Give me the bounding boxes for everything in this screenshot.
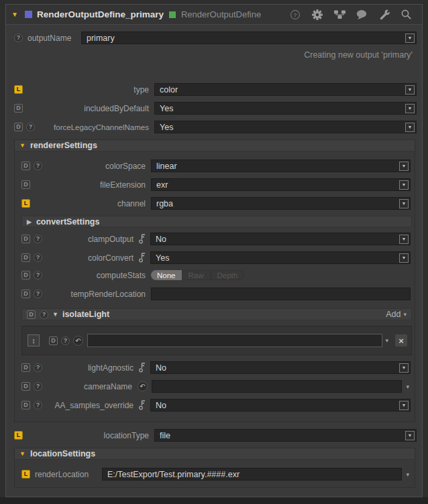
row-fileExtension: D fileExtension exr ▼ — [21, 178, 412, 191]
colorSpace-dropdown[interactable]: linear ▼ — [151, 160, 411, 172]
add-label: Add — [386, 310, 400, 319]
default-badge: D — [21, 271, 30, 279]
parameter-panel: ▼ RenderOutputDefine_primary RenderOutpu… — [5, 4, 423, 497]
chevron-down-icon[interactable]: ▼ — [399, 162, 409, 171]
lightAgnostic-value: No — [156, 363, 399, 373]
computeStats-option-raw[interactable]: Raw — [182, 270, 211, 280]
row-colorConvert: D ? colorConvert Yes ▼ — [21, 251, 412, 264]
AA_samples_override-dropdown[interactable]: No ▼ — [150, 399, 411, 412]
includedByDefault-value: Yes — [160, 104, 405, 113]
outputName-label: outputName — [28, 34, 76, 43]
help-badge-icon[interactable]: ? — [34, 401, 42, 410]
chevron-down-icon[interactable]: ▼ — [405, 104, 415, 113]
row-forceLegacyChannelNames: D ? forceLegacyChannelNames Yes ▼ — [14, 121, 418, 133]
convertSettings-header[interactable]: ▶ convertSettings — [21, 216, 412, 227]
remove-item-button[interactable]: × — [395, 334, 407, 346]
locationType-label: locationType — [45, 431, 149, 440]
locationSettings-header[interactable]: ▼ locationSettings — [15, 448, 415, 460]
wrench-icon[interactable] — [377, 8, 390, 21]
chevron-down-icon[interactable]: ▼ — [405, 123, 415, 132]
renderLocation-input[interactable] — [102, 468, 402, 481]
node-name: RenderOutputDefine_primary — [37, 9, 164, 19]
help-badge-icon[interactable]: ? — [40, 310, 48, 319]
chevron-down-icon[interactable]: ▾ — [385, 337, 388, 344]
chevron-down-icon[interactable]: ▼ — [399, 401, 409, 410]
search-icon[interactable] — [399, 8, 413, 21]
tempRenderLocation-input[interactable] — [151, 288, 411, 300]
colorConvert-dropdown[interactable]: Yes ▼ — [150, 251, 411, 264]
reorder-handle-icon[interactable]: ↕ — [28, 334, 40, 346]
colorSpace-label: colorSpace — [52, 162, 146, 171]
clampOutput-dropdown[interactable]: No ▼ — [150, 233, 411, 245]
type-dropdown[interactable]: color ▼ — [154, 83, 417, 96]
help-badge-icon[interactable]: ? — [34, 162, 42, 170]
locationType-dropdown[interactable]: file ▼ — [154, 429, 417, 442]
node-graph-icon[interactable] — [333, 8, 346, 21]
adopt-location-icon[interactable]: ↶ — [73, 336, 83, 346]
default-badge: D — [27, 310, 36, 319]
help-badge-icon[interactable]: ? — [34, 271, 42, 279]
clampOutput-value: No — [156, 235, 399, 244]
state-pin-icon[interactable] — [139, 234, 148, 244]
state-pin-icon[interactable] — [139, 253, 148, 263]
default-badge: D — [21, 290, 30, 298]
chevron-down-icon[interactable]: ▼ — [399, 235, 409, 244]
chevron-down-icon[interactable]: ▼ — [405, 85, 415, 94]
channel-dropdown[interactable]: rgba ▼ — [151, 197, 411, 210]
help-badge-icon[interactable]: ? — [34, 363, 42, 372]
computeStats-option-none[interactable]: None — [151, 270, 182, 280]
colorConvert-label: colorConvert — [52, 253, 133, 263]
fileExtension-dropdown[interactable]: exr ▼ — [151, 178, 411, 191]
chevron-down-icon[interactable]: ▼ — [399, 253, 409, 263]
help-badge-icon[interactable]: ? — [34, 290, 42, 298]
help-badge-icon[interactable]: ? — [34, 235, 42, 243]
isolateLight-add-button[interactable]: Add ▾ — [386, 310, 407, 319]
colorSpace-value: linear — [156, 162, 399, 171]
default-badge: D — [14, 123, 23, 131]
row-channel: L channel rgba ▼ — [21, 197, 412, 210]
help-badge-icon[interactable]: ? — [34, 382, 42, 391]
chevron-down-icon[interactable]: ▼ — [399, 199, 409, 208]
group-locationSettings: ▼ locationSettings L renderLocation ▾ — [14, 448, 415, 488]
node-state-badge — [169, 11, 176, 18]
rendererSettings-header[interactable]: ▼ rendererSettings — [15, 140, 415, 151]
info-message: Creating new output 'primary' — [14, 50, 418, 60]
chevron-down-icon: ▾ — [403, 311, 407, 318]
triangle-down-icon: ▼ — [19, 450, 25, 457]
help-badge-icon[interactable]: ? — [34, 253, 42, 262]
adopt-location-icon[interactable]: ↶ — [138, 381, 148, 391]
row-AA_samples_override: D ? AA_samples_override No ▼ — [21, 399, 412, 412]
collapse-triangle-icon[interactable]: ▼ — [11, 11, 18, 18]
chevron-down-icon[interactable]: ▼ — [405, 34, 415, 43]
node-color-swatch[interactable] — [25, 11, 32, 18]
state-pin-icon[interactable] — [139, 400, 148, 410]
chevron-down-icon[interactable]: ▼ — [399, 180, 409, 190]
group-rendererSettings: ▼ rendererSettings D ? colorSpace linear… — [14, 139, 415, 422]
isolateLight-header[interactable]: D ? ▼ isolateLight Add ▾ — [21, 308, 412, 320]
colorConvert-value: Yes — [156, 253, 399, 263]
lightAgnostic-dropdown[interactable]: No ▼ — [150, 361, 411, 374]
channel-label: channel — [52, 199, 146, 208]
isolateLight-title: isolateLight — [62, 310, 109, 319]
default-badge: D — [21, 401, 30, 410]
includedByDefault-dropdown[interactable]: Yes ▼ — [154, 102, 417, 115]
cameraName-input[interactable] — [152, 380, 402, 393]
help-badge-icon[interactable]: ? — [26, 123, 35, 131]
gear-icon[interactable] — [311, 8, 324, 21]
chevron-down-icon[interactable]: ▾ — [406, 383, 409, 390]
computeStats-option-depth[interactable]: Depth — [211, 270, 245, 280]
help-badge-icon[interactable]: ? — [14, 34, 23, 42]
chevron-down-icon[interactable]: ▼ — [399, 363, 409, 373]
isolateLight-item-input[interactable] — [87, 334, 382, 347]
triangle-down-icon: ▼ — [19, 142, 25, 149]
comment-icon[interactable] — [355, 8, 368, 21]
help-badge-icon[interactable]: ? — [61, 336, 70, 345]
state-pin-icon[interactable] — [139, 363, 148, 373]
chevron-down-icon[interactable]: ▾ — [406, 471, 409, 478]
help-icon[interactable]: ? — [288, 8, 302, 21]
forceLegacyChannelNames-dropdown[interactable]: Yes ▼ — [154, 121, 417, 133]
chevron-down-icon[interactable]: ▼ — [405, 431, 415, 440]
outputName-dropdown[interactable]: primary ▼ — [81, 32, 417, 44]
AA_samples_override-value: No — [156, 401, 399, 410]
local-badge: L — [21, 470, 30, 479]
